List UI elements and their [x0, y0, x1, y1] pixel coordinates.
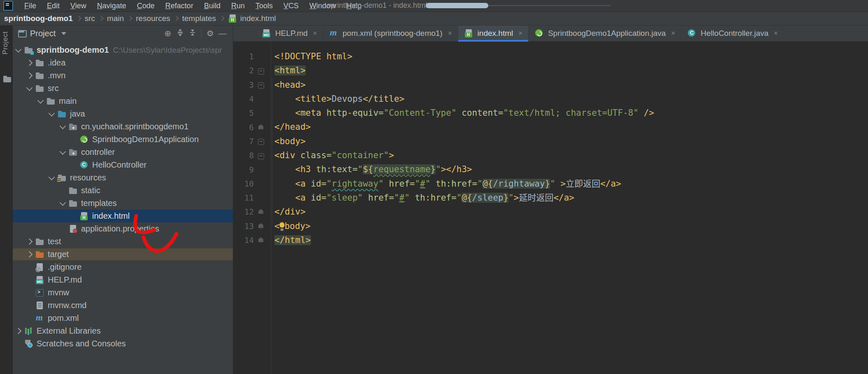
tree-item--mvn[interactable]: .mvn	[13, 69, 233, 82]
menu-run[interactable]: Run	[226, 1, 250, 11]
chevron-open-icon[interactable]	[37, 97, 44, 104]
tree-item-static[interactable]: static	[13, 184, 233, 197]
tree-item-mvnw[interactable]: mvnw	[13, 286, 233, 299]
tree-item-help-md[interactable]: HELP.md	[13, 273, 233, 286]
tree-item-java[interactable]: java	[13, 108, 233, 120]
scrubber-track[interactable]	[485, 5, 611, 6]
code-line-11[interactable]: <a id="sleep" href="#" th:href="@{/sleep…	[274, 191, 868, 205]
tree-item-scratches-and-consoles[interactable]: Scratches and Consoles	[13, 337, 233, 350]
code-line-8[interactable]: <div class="container">	[274, 148, 868, 162]
tab-sprintboogdemo1application-java[interactable]: SprintboogDemo1Application.java×	[529, 26, 681, 41]
expand-all-icon[interactable]	[174, 28, 186, 39]
close-icon[interactable]: ×	[774, 29, 778, 37]
code-line-14[interactable]: </html>	[274, 233, 868, 247]
breadcrumb-resources[interactable]: resources	[134, 14, 172, 23]
project-panel-title[interactable]: Project	[30, 29, 56, 38]
fold-marker-icon[interactable]	[258, 124, 263, 129]
code-line-2[interactable]: <html>	[274, 63, 868, 77]
breadcrumb-index-html[interactable]: index.html	[226, 14, 278, 23]
code-line-12[interactable]: </div>	[274, 205, 868, 219]
menu-view[interactable]: View	[65, 1, 92, 11]
tree-item--gitignore[interactable]: .gitignore	[13, 261, 233, 273]
hide-panel-icon[interactable]: —	[216, 29, 229, 38]
tab-hellocontroller-java[interactable]: HelloController.java×	[681, 26, 784, 41]
code-area[interactable]: <!DOCTYPE html><html><head> <title>Devop…	[271, 42, 868, 374]
close-icon[interactable]: ×	[518, 29, 522, 37]
chevron-closed-icon[interactable]	[15, 328, 22, 334]
locate-icon[interactable]: ⊕	[162, 28, 174, 38]
chevron-closed-icon[interactable]	[26, 60, 33, 66]
tree-item-application-properties[interactable]: application.properties	[13, 222, 233, 235]
code-line-3[interactable]: <head>	[274, 78, 868, 92]
tree-item--idea[interactable]: .idea	[13, 56, 233, 69]
fold-marker-icon[interactable]: −	[258, 82, 264, 89]
breadcrumb-main[interactable]: main	[105, 14, 125, 23]
menu-tools[interactable]: Tools	[250, 1, 278, 11]
chevron-closed-icon[interactable]	[26, 251, 33, 258]
fold-marker-icon[interactable]: −	[258, 68, 264, 75]
tab-help-md[interactable]: HELP.md×	[256, 26, 323, 41]
tree-item-templates[interactable]: templates	[13, 197, 233, 210]
chevron-closed-icon[interactable]	[26, 238, 33, 245]
fold-marker-icon[interactable]	[258, 209, 263, 214]
code-line-5[interactable]: <meta http-equiv="Content-Type" content=…	[274, 106, 868, 120]
fold-marker-icon[interactable]: −	[258, 139, 264, 145]
code-line-13[interactable]: <body>	[274, 219, 868, 233]
code-line-4[interactable]: <title>Devops</title>	[274, 92, 868, 106]
html-icon	[79, 211, 89, 221]
tab-index-html[interactable]: index.html×	[458, 26, 529, 41]
tree-item-cn-yuchaoit-sprintboogdemo1[interactable]: cn.yuchaoit.sprintboogdemo1	[13, 120, 233, 133]
fold-marker-icon[interactable]	[258, 223, 263, 228]
code-line-1[interactable]: <!DOCTYPE html>	[274, 49, 868, 63]
chevron-closed-icon[interactable]	[26, 72, 33, 79]
chevron-open-icon[interactable]	[60, 148, 66, 155]
tree-item-hellocontroller[interactable]: HelloController	[13, 159, 233, 171]
tree-item-test[interactable]: test	[13, 235, 233, 248]
fold-marker-icon[interactable]	[258, 237, 263, 242]
tree-item-src[interactable]: src	[13, 82, 233, 95]
collapse-all-icon[interactable]	[186, 28, 199, 39]
chevron-open-icon[interactable]	[15, 46, 22, 53]
close-icon[interactable]: ×	[671, 29, 675, 37]
code-token: >	[389, 150, 394, 160]
tree-item-mvnw-cmd[interactable]: mvnw.cmd	[13, 299, 233, 312]
menu-build[interactable]: Build	[199, 1, 226, 11]
editor-gutter[interactable]: 12−3−4567−8−91011121314	[233, 42, 271, 374]
intention-bulb-icon[interactable]	[279, 222, 285, 231]
tree-item-index-html[interactable]: index.html	[13, 210, 233, 222]
code-line-10[interactable]: <a id="rightaway" href="#" th:href="@{/r…	[274, 177, 868, 191]
tree-item-sprintboog-demo1[interactable]: sprintboog-demo1C:\Users\Sylar\IdeaProje…	[13, 44, 233, 56]
tree-item-resources[interactable]: resources	[13, 171, 233, 184]
menu-refactor[interactable]: Refactor	[160, 1, 199, 11]
chevron-open-icon[interactable]	[60, 123, 66, 129]
tab-pom-xml-sprintboog-demo1-[interactable]: pom.xml (sprintboog-demo1)×	[323, 26, 458, 41]
tree-item-controller[interactable]: controller	[13, 146, 233, 159]
tree-item-target[interactable]: target	[13, 248, 233, 261]
menu-edit[interactable]: Edit	[42, 1, 65, 11]
chevron-open-icon[interactable]	[49, 110, 55, 117]
code-line-7[interactable]: <body>	[274, 134, 868, 148]
menu-file[interactable]: File	[19, 1, 42, 11]
chevron-down-icon[interactable]	[61, 32, 66, 35]
tree-item-main[interactable]: main	[13, 95, 233, 108]
close-icon[interactable]: ×	[313, 29, 317, 37]
menu-code[interactable]: Code	[132, 1, 160, 11]
project-tool-button[interactable]: Project	[1, 31, 9, 54]
breadcrumb-templates[interactable]: templates	[181, 14, 218, 23]
code-line-9[interactable]: <h3 th:text="${requestname}"></h3>	[274, 162, 868, 176]
code-line-6[interactable]: </head>	[274, 120, 868, 134]
scrubber-bar[interactable]	[426, 3, 488, 8]
tree-item-sprintboogdemo1application[interactable]: SprintboogDemo1Application	[13, 133, 233, 146]
chevron-open-icon[interactable]	[60, 199, 66, 206]
fold-marker-icon[interactable]: −	[258, 153, 264, 159]
breadcrumb-src[interactable]: src	[83, 14, 97, 23]
tree-item-pom-xml[interactable]: pom.xml	[13, 312, 233, 325]
chevron-open-icon[interactable]	[26, 84, 33, 91]
menu-navigate[interactable]: Navigate	[92, 1, 132, 11]
settings-gear-icon[interactable]: ⚙	[204, 28, 216, 38]
close-icon[interactable]: ×	[448, 29, 452, 37]
breadcrumb-sprintboog-demo1[interactable]: sprintboog-demo1	[2, 14, 74, 23]
menu-vcs[interactable]: VCS	[278, 1, 304, 11]
tree-item-external-libraries[interactable]: External Libraries	[13, 325, 233, 337]
chevron-open-icon[interactable]	[49, 174, 55, 180]
